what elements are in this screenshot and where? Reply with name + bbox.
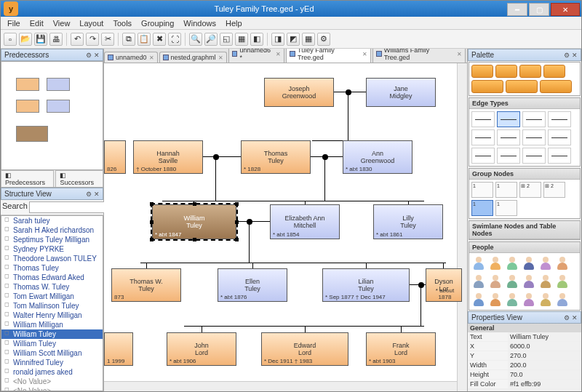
- zoom-sel-button[interactable]: ◱: [220, 33, 233, 46]
- prop-value[interactable]: 270.0: [508, 351, 581, 360]
- close-icon[interactable]: ✕: [149, 55, 154, 61]
- prop-value[interactable]: #f1 effb:99: [508, 380, 581, 388]
- close-icon[interactable]: ✕: [218, 55, 223, 61]
- copy-button[interactable]: ⧉: [122, 33, 135, 46]
- shape-swatch[interactable]: [519, 65, 541, 78]
- list-item[interactable]: Walter Henry Milligan: [1, 311, 103, 320]
- graph-node-p1999[interactable]: 1 1999: [104, 332, 133, 366]
- print-button[interactable]: 🖶: [49, 33, 63, 46]
- panel-controls-icon[interactable]: ⚙ ✕: [564, 314, 578, 321]
- selection-handle[interactable]: [150, 220, 154, 224]
- person-icon[interactable]: [538, 273, 553, 289]
- close-button[interactable]: ✕: [551, 3, 580, 16]
- graph-node-thomas[interactable]: ThomasTuley* 1828: [241, 140, 311, 174]
- person-icon[interactable]: [555, 255, 570, 271]
- graph-node-lilly[interactable]: LillyTuley* abt 1861: [373, 204, 443, 239]
- group-swatch[interactable]: 1: [495, 200, 517, 216]
- person-icon[interactable]: [538, 255, 553, 271]
- prop-value[interactable]: William Tuley: [508, 332, 581, 341]
- cut-button[interactable]: ✂: [101, 33, 114, 46]
- person-icon[interactable]: [471, 292, 486, 308]
- person-icon[interactable]: [538, 292, 553, 308]
- person-icon[interactable]: [488, 273, 503, 289]
- document-tab[interactable]: unnamed0✕: [104, 52, 158, 63]
- palette-header[interactable]: Palette ⚙ ✕: [468, 49, 581, 61]
- graph-node-william[interactable]: WilliamTuley* abt 1847: [152, 204, 236, 239]
- properties-header[interactable]: Properties View ⚙ ✕: [468, 311, 581, 324]
- edge-swatch[interactable]: [471, 111, 495, 127]
- shape-swatch[interactable]: [495, 65, 517, 78]
- person-icon[interactable]: [488, 255, 503, 271]
- menu-windows[interactable]: Windows: [180, 18, 220, 28]
- person-icon[interactable]: [505, 255, 519, 271]
- list-item[interactable]: Theodore Lawson TULEY: [1, 254, 103, 263]
- selection-handle[interactable]: [235, 220, 239, 224]
- tab-predecessors[interactable]: ◧ Predecessors: [1, 170, 54, 187]
- graph-node-edward[interactable]: EdwardLord* Dec 1911 † 1983: [261, 332, 348, 366]
- edge-swatch[interactable]: [497, 148, 520, 164]
- selection-handle[interactable]: [193, 238, 196, 241]
- document-tab[interactable]: unnamed6 *✕: [228, 49, 285, 63]
- prop-value[interactable]: 6000.0: [508, 342, 581, 351]
- menu-help[interactable]: Help: [222, 18, 246, 28]
- person-icon[interactable]: [488, 292, 503, 308]
- close-icon[interactable]: ✕: [457, 51, 462, 57]
- person-icon[interactable]: [555, 292, 570, 308]
- tab-successors[interactable]: ◧ Successors: [55, 170, 103, 187]
- prop-value[interactable]: 200.0: [508, 361, 581, 369]
- edge-swatch[interactable]: [548, 129, 571, 145]
- menu-tools[interactable]: Tools: [109, 18, 135, 28]
- open-button[interactable]: 📂: [19, 33, 32, 46]
- menu-grouping[interactable]: Grouping: [137, 18, 178, 28]
- list-item[interactable]: William Scott Milligan: [1, 348, 103, 358]
- shape-swatch[interactable]: [471, 80, 503, 93]
- person-icon[interactable]: [555, 273, 570, 289]
- vertical-scrollbar[interactable]: [457, 63, 467, 391]
- list-item[interactable]: <No Value>: [1, 377, 103, 386]
- structure-tree[interactable]: Sarah tuleySarah H Aked richardsonSeptim…: [1, 215, 103, 391]
- list-item[interactable]: William Tuley: [1, 339, 103, 348]
- menu-layout[interactable]: Layout: [76, 18, 107, 28]
- list-item[interactable]: Tom Mallinson Tuley: [1, 301, 103, 311]
- redo-button[interactable]: ↷: [86, 33, 99, 46]
- selection-handle[interactable]: [235, 238, 239, 241]
- overview-button[interactable]: ▦: [235, 33, 248, 46]
- person-icon[interactable]: [471, 273, 486, 289]
- group-swatch[interactable]: ⊞ 2: [543, 182, 565, 198]
- maximize-button[interactable]: ▢: [529, 3, 549, 16]
- graph-node-ann[interactable]: AnnGreenwood* abt 1830: [343, 140, 412, 174]
- person-icon[interactable]: [522, 292, 536, 308]
- document-tab[interactable]: Tuley Family Tree.ged✕: [286, 49, 371, 63]
- graph-node-elizabeth[interactable]: Elizabeth AnnMitchell* abt 1854: [270, 204, 340, 239]
- shape-swatch[interactable]: [540, 80, 572, 93]
- delete-button[interactable]: ✖: [153, 33, 166, 46]
- graph-node-jane[interactable]: JaneMidgley: [366, 78, 436, 107]
- person-icon[interactable]: [505, 292, 519, 308]
- person-icon[interactable]: [522, 273, 536, 289]
- prop-value[interactable]: 70.0: [508, 370, 581, 379]
- edge-swatch[interactable]: [471, 148, 495, 164]
- graph-node-p826[interactable]: 826: [104, 140, 126, 174]
- save-button[interactable]: 💾: [34, 33, 47, 46]
- person-icon[interactable]: [471, 255, 486, 271]
- document-tab[interactable]: Williams Family Tree.ged✕: [372, 49, 466, 63]
- edge-swatch[interactable]: [497, 111, 520, 127]
- graph-node-lilian[interactable]: LilianTuley* Sep 1877 † Dec 1947: [322, 268, 410, 302]
- layout2-button[interactable]: ◨: [271, 33, 284, 46]
- list-item[interactable]: William Milligan: [1, 320, 103, 329]
- panel-controls-icon[interactable]: ⚙ ✕: [564, 52, 578, 59]
- edge-swatch[interactable]: [471, 129, 495, 145]
- group-swatch[interactable]: 1: [471, 200, 493, 216]
- list-item[interactable]: Tom Ewart Milligan: [1, 292, 103, 301]
- list-item[interactable]: Thomas W. Tuley: [1, 282, 103, 292]
- selection-handle[interactable]: [235, 202, 239, 206]
- person-icon[interactable]: [505, 273, 519, 289]
- selection-handle[interactable]: [150, 238, 154, 241]
- paste-button[interactable]: 📋: [137, 33, 151, 46]
- close-icon[interactable]: ✕: [276, 51, 281, 57]
- settings-button[interactable]: ⚙: [317, 33, 330, 46]
- edge-swatch[interactable]: [522, 129, 546, 145]
- undo-button[interactable]: ↶: [71, 33, 84, 46]
- edge-swatch[interactable]: [548, 111, 571, 127]
- menu-edit[interactable]: Edit: [26, 18, 47, 28]
